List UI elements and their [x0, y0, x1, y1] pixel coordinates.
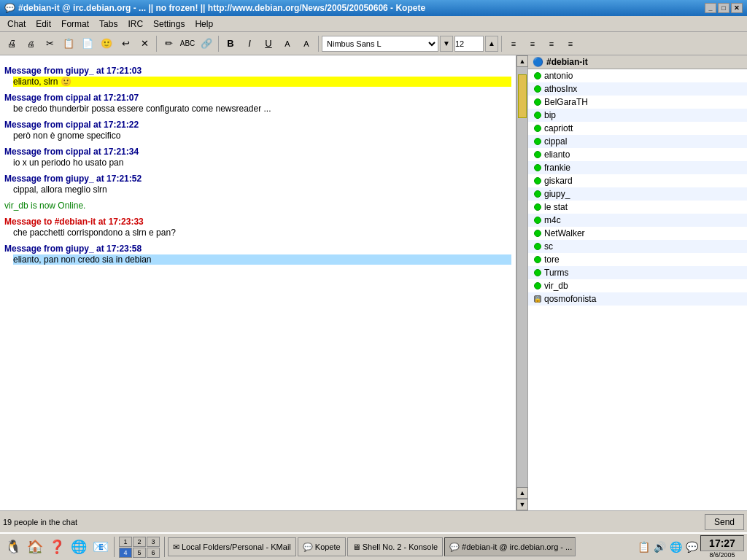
- start-icon[interactable]: 🐧: [3, 537, 23, 557]
- userlist-item[interactable]: BelGaraTH: [528, 96, 747, 109]
- userlist-item[interactable]: elianto: [528, 148, 747, 161]
- taskbar-sep2: [164, 537, 165, 557]
- menu-help[interactable]: Help: [190, 18, 217, 31]
- color-button[interactable]: A: [298, 35, 315, 52]
- print-button[interactable]: 🖨: [3, 35, 20, 52]
- user-name: Turms: [544, 268, 569, 278]
- num-6[interactable]: 6: [147, 548, 160, 558]
- align-center-button[interactable]: ≡: [524, 35, 541, 52]
- menu-tabs[interactable]: Tabs: [95, 18, 122, 31]
- num-4[interactable]: 4: [119, 548, 132, 558]
- user-status-dot: [534, 190, 541, 198]
- user-name: BelGaraTH: [544, 97, 588, 107]
- help-icon[interactable]: ❓: [47, 537, 67, 557]
- msg-body-6: che pacchetti corrispondono a slrn e pan…: [13, 228, 511, 238]
- emoji-button[interactable]: 🙂: [98, 35, 115, 52]
- chat-scrollbar[interactable]: ▲ ▲ ▼: [516, 55, 528, 510]
- titlebar-controls: _ □ ✕: [705, 3, 743, 13]
- userlist-item[interactable]: cippal: [528, 135, 747, 148]
- user-name: frankie: [544, 163, 570, 173]
- home-icon[interactable]: 🏠: [25, 537, 45, 557]
- paste-button[interactable]: 📄: [79, 35, 96, 52]
- titlebar: 💬 #debian-it @ irc.debian.org - ... || n…: [0, 0, 747, 16]
- tray-icon-4[interactable]: 💬: [684, 540, 699, 554]
- scroll-thumb[interactable]: [518, 74, 527, 118]
- taskbar-sep1: [114, 537, 115, 557]
- userlist-item[interactable]: Turms: [528, 266, 747, 279]
- num-3[interactable]: 3: [147, 537, 160, 547]
- bold-button[interactable]: B: [222, 35, 239, 52]
- user-name: athosInx: [544, 84, 577, 94]
- spell-button[interactable]: ABC: [179, 35, 196, 52]
- align-justify-button[interactable]: ≡: [562, 35, 579, 52]
- num-5[interactable]: 5: [133, 548, 146, 558]
- num-2[interactable]: 2: [133, 537, 146, 547]
- cut-button[interactable]: ✂: [41, 35, 58, 52]
- print2-button[interactable]: 🖨: [22, 35, 39, 52]
- userlist-item[interactable]: vir_db: [528, 279, 747, 292]
- debian-it-label: #debian-it @ irc.debian.org - ...: [462, 542, 572, 551]
- userlist-item[interactable]: m4c: [528, 214, 747, 227]
- user-name: antonio: [544, 71, 573, 81]
- font-size-up[interactable]: ▲: [485, 36, 498, 52]
- scroll-down-arrow-top[interactable]: ▲: [516, 487, 528, 499]
- highlight-button[interactable]: A: [279, 35, 296, 52]
- userlist-item[interactable]: 🔒qosmofonista: [528, 292, 747, 306]
- align-right-button[interactable]: ≡: [543, 35, 560, 52]
- menu-irc[interactable]: IRC: [123, 18, 147, 31]
- userlist-item[interactable]: NetWalker: [528, 227, 747, 240]
- taskbar-debian-it[interactable]: 💬 #debian-it @ irc.debian.org - ...: [444, 537, 576, 556]
- scroll-up-arrow[interactable]: ▲: [516, 55, 528, 67]
- user-status-dot: [534, 269, 541, 276]
- toolbar-sep4: [501, 36, 502, 52]
- userlist-item[interactable]: giupy_: [528, 187, 747, 201]
- channel-name: #debian-it: [546, 57, 588, 67]
- userlist-item[interactable]: tore: [528, 253, 747, 266]
- back-button[interactable]: ↩: [117, 35, 134, 52]
- send-button[interactable]: Send: [705, 514, 744, 530]
- taskbar-kopete[interactable]: 💬 Kopete: [298, 537, 346, 556]
- close-chat-button[interactable]: ✕: [136, 35, 153, 52]
- userlist-item[interactable]: capriott: [528, 122, 747, 135]
- scroll-track[interactable]: [517, 67, 527, 487]
- close-button[interactable]: ✕: [731, 3, 743, 13]
- tray-icon-3[interactable]: 🌐: [668, 540, 683, 554]
- italic-button[interactable]: I: [241, 35, 258, 52]
- minimize-button[interactable]: _: [705, 3, 716, 13]
- msg-header-7: Message from giupy_ at 17:23:58: [4, 244, 511, 254]
- userlist-item[interactable]: athosInx: [528, 82, 747, 96]
- copy-button[interactable]: 📋: [60, 35, 77, 52]
- userlist-item[interactable]: frankie: [528, 161, 747, 174]
- userlist-item[interactable]: giskard: [528, 174, 747, 187]
- user-name: capriott: [544, 123, 573, 133]
- connect-button[interactable]: 🔗: [198, 35, 215, 52]
- userlist-item[interactable]: bip: [528, 109, 747, 122]
- menu-format[interactable]: Format: [57, 18, 93, 31]
- menu-edit[interactable]: Edit: [31, 18, 55, 31]
- titlebar-left: 💬 #debian-it @ irc.debian.org - ... || n…: [4, 3, 425, 13]
- user-status-dot: [534, 125, 541, 132]
- align-left-button[interactable]: ≡: [505, 35, 522, 52]
- mail-icon[interactable]: 📧: [90, 537, 111, 557]
- font-size-down[interactable]: ▼: [440, 36, 453, 52]
- underline-button[interactable]: U: [260, 35, 277, 52]
- font-selector[interactable]: Nimbus Sans L: [322, 36, 438, 52]
- tray-icon-1[interactable]: 📋: [636, 540, 651, 554]
- userlist-item[interactable]: sc: [528, 240, 747, 253]
- font-size-input[interactable]: [454, 36, 484, 52]
- maximize-button[interactable]: □: [718, 3, 729, 13]
- menu-chat[interactable]: Chat: [3, 18, 30, 31]
- userlist-item[interactable]: antonio: [528, 69, 747, 82]
- taskbar-kmail[interactable]: ✉ Local Folders/Personal - KMail: [168, 537, 296, 556]
- pencil-button[interactable]: ✏: [160, 35, 177, 52]
- num-1[interactable]: 1: [119, 537, 132, 547]
- user-status-dot: [534, 138, 541, 145]
- menu-settings[interactable]: Settings: [149, 18, 189, 31]
- taskbar-konsole[interactable]: 🖥 Shell No. 2 - Konsole: [347, 537, 443, 556]
- scroll-down-arrow-bot[interactable]: ▼: [516, 499, 528, 510]
- tray-icon-2[interactable]: 🔊: [652, 540, 667, 554]
- browser-icon[interactable]: 🌐: [69, 537, 89, 557]
- chat-area[interactable]: Message from giupy_ at 17:21:03 elianto,…: [0, 55, 516, 510]
- userlist-item[interactable]: le stat: [528, 201, 747, 214]
- taskbar: 🐧 🏠 ❓ 🌐 📧 1 2 3 4 5 6 ✉ Local Folders/Pe…: [0, 532, 747, 560]
